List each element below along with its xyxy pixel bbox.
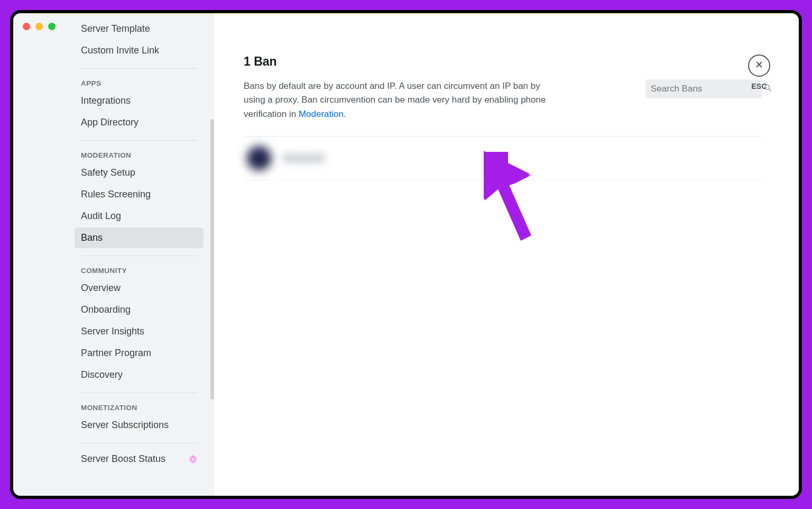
sidebar-item-label: Custom Invite Link xyxy=(81,45,159,56)
app-window: Server Template Custom Invite Link APPS … xyxy=(10,10,802,499)
divider xyxy=(81,140,197,141)
window-zoom-icon[interactable] xyxy=(48,23,56,30)
sidebar-item-server-boost-status[interactable]: Server Boost Status xyxy=(75,449,204,469)
sidebar-item-label: Discovery xyxy=(81,369,123,380)
sidebar-item-server-subscriptions[interactable]: Server Subscriptions xyxy=(75,415,204,435)
sidebar-item-label: Overview xyxy=(81,283,121,294)
search-icon xyxy=(763,83,772,95)
banned-user-name-redacted xyxy=(283,153,325,163)
description-text-pre: Bans by default are by account and IP. A… xyxy=(244,81,546,119)
sidebar-heading-community: COMMUNITY xyxy=(75,261,204,278)
sidebar-item-discovery[interactable]: Discovery xyxy=(75,365,204,385)
bans-description: Bans by default are by account and IP. A… xyxy=(244,79,556,121)
sidebar-item-label: Audit Log xyxy=(81,211,121,222)
sidebar-item-label: Server Boost Status xyxy=(81,453,165,465)
ban-list-row[interactable] xyxy=(244,137,762,180)
settings-sidebar: Server Template Custom Invite Link APPS … xyxy=(13,13,214,496)
sidebar-item-label: Onboarding xyxy=(81,304,131,315)
boost-gem-icon xyxy=(189,455,197,463)
sidebar-item-server-insights[interactable]: Server Insights xyxy=(75,321,204,342)
divider xyxy=(81,68,197,69)
sidebar-heading-apps: APPS xyxy=(75,74,204,90)
search-bans-input[interactable] xyxy=(651,84,763,94)
sidebar-item-label: Integrations xyxy=(81,95,131,106)
divider xyxy=(81,443,197,443)
divider xyxy=(81,256,197,256)
sidebar-item-label: Server Template xyxy=(81,23,150,34)
sidebar-item-onboarding[interactable]: Onboarding xyxy=(75,299,204,320)
sidebar-item-label: Server Subscriptions xyxy=(81,420,169,431)
sidebar-item-label: App Directory xyxy=(81,117,139,128)
window-minimize-icon[interactable] xyxy=(35,23,43,30)
scrollbar-thumb[interactable] xyxy=(210,119,214,399)
sidebar-heading-moderation: MODERATION xyxy=(75,146,204,162)
close-button[interactable] xyxy=(748,54,770,77)
window-traffic-lights xyxy=(23,23,56,30)
window-close-icon[interactable] xyxy=(23,23,30,30)
divider xyxy=(81,393,197,393)
sidebar-item-integrations[interactable]: Integrations xyxy=(75,90,204,111)
sidebar-item-app-directory[interactable]: App Directory xyxy=(75,112,204,133)
search-bans-box[interactable] xyxy=(645,79,762,98)
sidebar-item-safety-setup[interactable]: Safety Setup xyxy=(75,162,204,183)
sidebar-heading-monetization: MONETIZATION xyxy=(75,398,204,415)
sidebar-item-bans[interactable]: Bans xyxy=(75,228,204,248)
sidebar-item-label: Server Insights xyxy=(81,326,144,337)
sidebar-item-label: Safety Setup xyxy=(81,167,135,178)
moderation-link[interactable]: Moderation xyxy=(299,109,344,119)
description-text-post: . xyxy=(344,109,346,119)
sidebar-item-label: Partner Program xyxy=(81,348,151,359)
sidebar-item-partner-program[interactable]: Partner Program xyxy=(75,343,204,363)
main-content: ESC 1 Ban Bans by default are by account… xyxy=(214,13,799,496)
page-title: 1 Ban xyxy=(244,54,762,69)
sidebar-item-audit-log[interactable]: Audit Log xyxy=(75,206,204,226)
svg-line-1 xyxy=(769,89,771,91)
sidebar-item-overview[interactable]: Overview xyxy=(75,278,204,298)
banned-user-avatar xyxy=(247,146,271,170)
sidebar-item-label: Rules Screening xyxy=(81,189,151,200)
sidebar-item-custom-invite-link[interactable]: Custom Invite Link xyxy=(75,40,204,61)
sidebar-item-rules-screening[interactable]: Rules Screening xyxy=(75,184,204,205)
close-icon xyxy=(754,60,764,71)
sidebar-item-server-template[interactable]: Server Template xyxy=(75,19,204,39)
sidebar-item-label: Bans xyxy=(81,232,103,243)
